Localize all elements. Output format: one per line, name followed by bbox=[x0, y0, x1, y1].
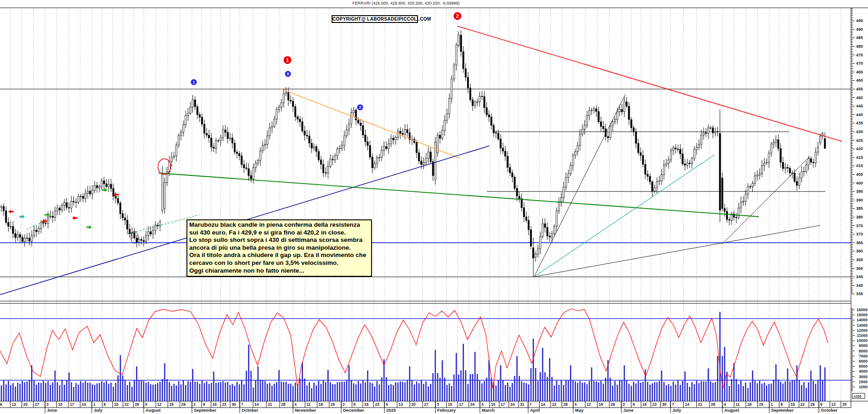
volume-bar bbox=[127, 385, 128, 401]
volume-bar bbox=[215, 383, 217, 401]
volume-bar bbox=[192, 369, 193, 401]
candle-body bbox=[642, 156, 643, 164]
candle-body bbox=[73, 201, 74, 202]
volume-tick-label: 1000 bbox=[859, 385, 868, 389]
volume-bar bbox=[34, 380, 35, 401]
volume-bar bbox=[468, 384, 469, 401]
note-line: Marubozu black candle in piena conferma … bbox=[189, 221, 369, 229]
week-day-label: 22 bbox=[552, 402, 557, 407]
volume-bar bbox=[222, 381, 224, 401]
week-day-label: 30 bbox=[231, 402, 236, 407]
candle-body bbox=[15, 234, 16, 238]
volume-bar bbox=[570, 365, 571, 401]
volume-bar bbox=[71, 382, 72, 401]
month-label: July bbox=[94, 408, 103, 413]
candle-body bbox=[162, 174, 163, 210]
week-day-label: 28 bbox=[564, 402, 568, 407]
candle-body bbox=[103, 181, 105, 184]
candle-body bbox=[404, 129, 406, 134]
candle-body bbox=[71, 201, 72, 208]
candle-body bbox=[383, 146, 385, 150]
volume-tick-label: 15000 bbox=[857, 313, 868, 317]
candle-body bbox=[350, 112, 352, 123]
candle-body bbox=[817, 147, 818, 152]
volume-bar bbox=[92, 384, 93, 401]
candle-body bbox=[647, 174, 648, 176]
candle-body bbox=[124, 218, 126, 220]
month-label: July bbox=[672, 408, 682, 413]
week-day-label: 3 bbox=[46, 402, 49, 407]
volume-bar bbox=[341, 381, 343, 401]
week-day-label: 6 bbox=[0, 402, 2, 407]
volume-bar bbox=[248, 345, 249, 401]
week-day-label: 16 bbox=[364, 402, 369, 407]
week-day-label: 2 bbox=[343, 402, 345, 407]
price-tick-label: 375 bbox=[856, 224, 863, 228]
volume-tick-label: 3000 bbox=[859, 375, 868, 379]
volume-bar bbox=[262, 380, 264, 401]
price-axis-ticks: 3353403453503553603653703753803853903954… bbox=[851, 9, 868, 391]
volume-bar bbox=[83, 383, 84, 401]
week-day-label: 16 bbox=[643, 402, 647, 407]
volume-bar bbox=[115, 383, 117, 401]
candle-body bbox=[469, 88, 471, 100]
volume-bar bbox=[624, 365, 625, 401]
volume-bar bbox=[801, 385, 802, 401]
volume-bar bbox=[472, 374, 473, 401]
candle-body bbox=[281, 103, 282, 107]
volume-bar bbox=[390, 384, 392, 401]
week-day-label: 9 bbox=[203, 402, 205, 407]
week-day-label: 25 bbox=[759, 402, 764, 407]
volume-bar bbox=[129, 382, 130, 401]
volume-bars bbox=[1, 312, 826, 401]
volume-bar bbox=[733, 363, 735, 401]
volume-bar bbox=[327, 370, 329, 401]
volume-bar bbox=[621, 380, 623, 401]
candle-body bbox=[542, 224, 543, 237]
volume-bar bbox=[362, 380, 364, 401]
volume-bar bbox=[822, 380, 823, 401]
volume-bar bbox=[437, 373, 439, 401]
price-tick-label: 365 bbox=[856, 241, 863, 245]
candle-body bbox=[117, 198, 118, 203]
candle-body bbox=[579, 134, 581, 145]
volume-bar bbox=[712, 383, 714, 401]
candle-body bbox=[619, 109, 620, 112]
candle-body bbox=[523, 207, 524, 217]
price-tick-label: 440 bbox=[856, 112, 863, 117]
week-day-label: 14 bbox=[254, 402, 259, 407]
candle-body bbox=[675, 148, 676, 149]
volume-bar bbox=[675, 385, 676, 401]
volume-bar bbox=[187, 381, 189, 401]
candle-body bbox=[551, 234, 552, 237]
candle-body bbox=[652, 182, 653, 191]
volume-bar bbox=[250, 371, 252, 401]
candle-body bbox=[801, 172, 802, 178]
volume-bar bbox=[628, 384, 630, 401]
volume-bar bbox=[631, 386, 632, 401]
week-day-label: 9 bbox=[354, 402, 356, 407]
month-label: 2025 bbox=[386, 408, 396, 413]
volume-bar bbox=[78, 385, 79, 401]
volume-bar bbox=[321, 384, 322, 401]
volume-bar bbox=[47, 381, 49, 401]
volume-bar bbox=[656, 382, 658, 401]
volume-bar bbox=[481, 383, 483, 401]
left-arrow-icon bbox=[72, 216, 78, 220]
candle-body bbox=[257, 161, 259, 163]
volume-bar bbox=[421, 380, 422, 401]
candle-body bbox=[241, 156, 242, 165]
candle-body bbox=[724, 208, 725, 211]
month-label: August bbox=[724, 408, 740, 413]
candle-body bbox=[432, 162, 434, 176]
volume-bar bbox=[190, 382, 191, 401]
candle-body bbox=[264, 144, 265, 145]
candle-body bbox=[460, 35, 462, 52]
candle-body bbox=[183, 125, 184, 132]
volume-bar bbox=[719, 312, 721, 401]
volume-bar bbox=[318, 381, 320, 401]
trendline bbox=[534, 225, 820, 277]
candle-body bbox=[612, 122, 613, 126]
volume-bar bbox=[414, 385, 415, 401]
volume-bar bbox=[110, 382, 112, 401]
